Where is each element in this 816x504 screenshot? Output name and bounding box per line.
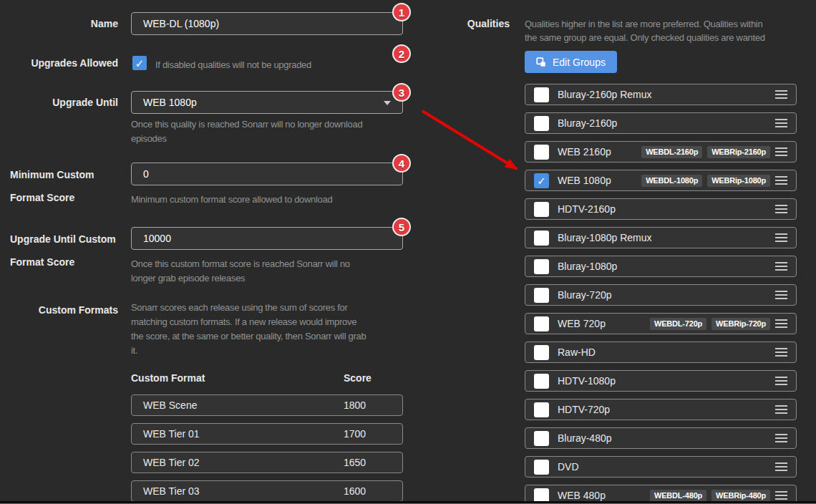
- drag-handle-icon[interactable]: [775, 119, 787, 127]
- quality-checkbox[interactable]: ✓: [534, 259, 549, 274]
- drag-handle-icon[interactable]: [775, 462, 787, 471]
- quality-row: ✓ Bluray-2160p Remux: [525, 84, 797, 105]
- quality-name: Raw-HD: [558, 346, 596, 358]
- quality-name: WEB 720p: [558, 318, 606, 329]
- quality-row: ✓ DVD: [525, 456, 797, 478]
- drag-handle-icon[interactable]: [775, 348, 787, 357]
- quality-list: ✓ Bluray-2160p Remux ✓ Bluray-2160p ✓ WE…: [525, 84, 797, 504]
- quality-name: Bluray-1080p: [558, 261, 617, 272]
- quality-name: WEB 1080p: [558, 175, 611, 186]
- custom-format-score: 1650: [344, 452, 366, 472]
- drag-handle-icon[interactable]: [775, 319, 787, 328]
- quality-row: ✓ Bluray-480p: [525, 427, 797, 449]
- custom-format-row: WEB Tier 02 1650: [131, 452, 403, 473]
- custom-format-column-header: Custom Format: [131, 372, 205, 384]
- quality-row: ✓ Bluray-2160p: [525, 112, 797, 134]
- quality-row: ✓ WEB 2160p WEBDL-2160pWEBRip-2160p: [525, 141, 797, 163]
- quality-checkbox[interactable]: ✓: [534, 402, 549, 417]
- upgrade-until-cfs-input[interactable]: 10000: [131, 227, 403, 250]
- quality-checkbox[interactable]: ✓: [534, 231, 549, 246]
- qualities-help: Qualities higher in the list are more pr…: [525, 17, 765, 44]
- drag-handle-icon[interactable]: [775, 377, 787, 385]
- drag-handle-icon[interactable]: [775, 491, 787, 500]
- quality-row: ✓ HDTV-2160p: [525, 198, 797, 220]
- annotation-circle-3: 3: [392, 83, 411, 102]
- quality-checkbox[interactable]: ✓: [534, 316, 549, 331]
- quality-checkbox[interactable]: ✓: [534, 202, 549, 217]
- quality-checkbox[interactable]: ✓: [534, 431, 549, 446]
- drag-handle-icon[interactable]: [775, 90, 787, 99]
- custom-format-score: 1700: [344, 424, 366, 444]
- custom-format-name: WEB Tier 03: [143, 481, 200, 501]
- quality-tag: WEBDL-1080p: [641, 175, 702, 187]
- quality-tag: WEBDL-2160p: [641, 146, 702, 158]
- dropdown-caret-icon: [384, 101, 391, 105]
- custom-format-score: 1800: [344, 395, 366, 415]
- quality-tag: WEBRip-720p: [711, 318, 770, 330]
- quality-checkbox[interactable]: ✓: [534, 374, 549, 389]
- upgrade-until-cfs-help: Once this custom format score is reached…: [131, 257, 350, 286]
- quality-checkbox[interactable]: ✓: [534, 288, 549, 303]
- quality-name: Bluray-1080p Remux: [558, 232, 652, 243]
- quality-tag: WEBRip-1080p: [707, 175, 770, 187]
- upgrades-allowed-help: If disabled qualities will not be upgrad…: [155, 58, 311, 72]
- min-custom-format-score-help: Minimum custom format score allowed to d…: [131, 193, 332, 207]
- quality-row: ✓ HDTV-1080p: [525, 370, 797, 392]
- upgrade-until-label: Upgrade Until: [0, 97, 118, 108]
- quality-tag: WEBDL-480p: [650, 490, 706, 502]
- upgrade-until-help: Once this quality is reached Sonarr will…: [131, 117, 362, 146]
- edit-groups-button[interactable]: Edit Groups: [525, 51, 617, 73]
- drag-handle-icon[interactable]: [775, 405, 787, 414]
- score-column-header: Score: [344, 372, 371, 384]
- quality-name: WEB 480p: [558, 490, 606, 501]
- min-custom-format-score-input[interactable]: 0: [131, 163, 403, 185]
- quality-tags: WEBDL-2160pWEBRip-2160p: [641, 146, 775, 158]
- quality-checkbox[interactable]: ✓: [534, 116, 549, 131]
- quality-tag: WEBDL-720p: [650, 318, 706, 330]
- quality-name: WEB 2160p: [558, 146, 611, 158]
- custom-formats-label: Custom Formats: [0, 304, 118, 316]
- upgrades-allowed-checkbox[interactable]: ✓: [132, 56, 147, 70]
- min-custom-format-score-label: Minimum Custom Format Score: [10, 163, 135, 209]
- quality-name: HDTV-2160p: [558, 203, 616, 215]
- annotation-circle-1: 1: [392, 3, 411, 21]
- check-icon: ✓: [135, 58, 145, 69]
- drag-handle-icon[interactable]: [775, 205, 787, 213]
- quality-name: HDTV-1080p: [558, 375, 616, 387]
- quality-name: Bluray-720p: [558, 289, 612, 301]
- custom-formats-help: Sonarr scores each release using the sum…: [131, 301, 366, 358]
- drag-handle-icon[interactable]: [775, 233, 787, 242]
- quality-name: Bluray-480p: [558, 432, 612, 444]
- quality-row: ✓ WEB 720p WEBDL-720pWEBRip-720p: [525, 313, 797, 334]
- quality-name: HDTV-720p: [558, 404, 610, 415]
- upgrades-allowed-label: Upgrades Allowed: [0, 57, 118, 69]
- quality-row: ✓ Raw-HD: [525, 341, 797, 363]
- upgrade-until-select[interactable]: WEB 1080p: [131, 91, 403, 114]
- drag-handle-icon[interactable]: [775, 262, 787, 271]
- custom-format-row: WEB Scene 1800: [131, 394, 403, 416]
- custom-format-score: 1600: [344, 481, 366, 501]
- custom-format-row: WEB Tier 01 1700: [131, 423, 403, 445]
- quality-checkbox[interactable]: ✓: [534, 460, 549, 475]
- upgrade-until-value: WEB 1080p: [143, 97, 197, 108]
- drag-handle-icon[interactable]: [775, 176, 787, 185]
- quality-checkbox[interactable]: ✓: [534, 345, 549, 360]
- drag-handle-icon[interactable]: [775, 434, 787, 442]
- quality-row: ✓ WEB 1080p WEBDL-1080pWEBRip-1080p: [525, 170, 797, 191]
- annotation-circle-5: 5: [392, 218, 411, 236]
- quality-checkbox[interactable]: ✓: [534, 87, 549, 102]
- quality-checkbox[interactable]: ✓: [534, 173, 549, 188]
- custom-format-name: WEB Scene: [143, 395, 197, 415]
- quality-tags: WEBDL-720pWEBRip-720p: [650, 318, 775, 330]
- drag-handle-icon[interactable]: [775, 291, 787, 299]
- quality-row: ✓ Bluray-720p: [525, 284, 797, 306]
- quality-name: Bluray-2160p: [558, 117, 617, 129]
- quality-checkbox[interactable]: ✓: [534, 145, 549, 160]
- quality-tag: WEBRip-480p: [711, 490, 770, 502]
- custom-format-row: WEB Tier 03 1600: [131, 480, 403, 502]
- name-input[interactable]: WEB-DL (1080p): [131, 12, 403, 35]
- drag-handle-icon[interactable]: [775, 147, 787, 156]
- custom-format-name: WEB Tier 01: [143, 424, 200, 444]
- qualities-label: Qualities: [392, 18, 510, 29]
- quality-name: DVD: [558, 461, 579, 472]
